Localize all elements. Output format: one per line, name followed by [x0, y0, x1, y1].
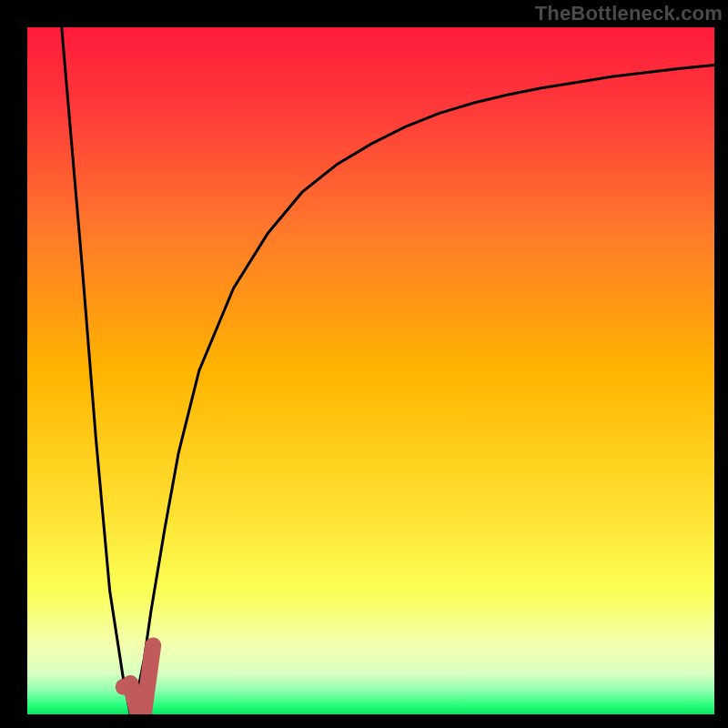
chart-svg	[27, 27, 714, 714]
watermark-text: TheBottleneck.com	[535, 2, 723, 25]
plot-area	[27, 27, 714, 714]
gradient-background	[27, 27, 714, 714]
chart-container: TheBottleneck.com	[0, 0, 728, 728]
highlight-dot-icon	[116, 679, 132, 695]
